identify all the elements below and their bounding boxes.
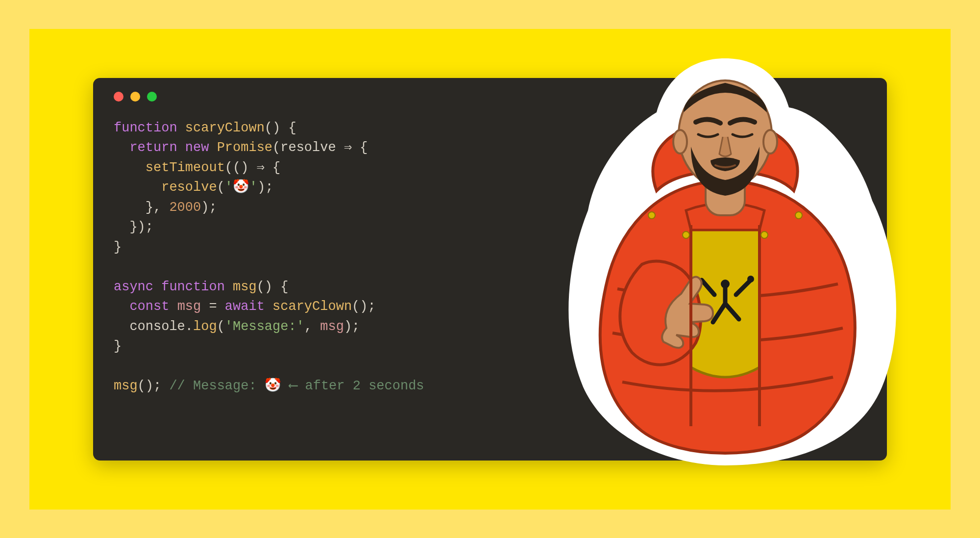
var-msg: msg — [177, 299, 201, 314]
string-message: 'Message:' — [225, 319, 304, 334]
keyword-return: return — [129, 140, 177, 155]
close-dot-icon[interactable] — [114, 92, 123, 102]
keyword-async: async — [114, 280, 153, 294]
fn-msg: msg — [233, 280, 257, 294]
method-log: log — [193, 319, 217, 334]
fn-settimeout: setTimeout — [146, 160, 225, 175]
fn-resolve: resolve — [161, 180, 217, 195]
keyword-new: new — [185, 140, 209, 155]
canvas-background: function scaryClown() { return new Promi… — [29, 29, 951, 510]
keyword-await: await — [225, 299, 265, 314]
window-traffic-lights — [114, 92, 866, 102]
code-block: function scaryClown() { return new Promi… — [114, 118, 866, 396]
fn-name: scaryClown — [185, 121, 265, 135]
string-clown: '🤡' — [225, 180, 257, 195]
minimize-dot-icon[interactable] — [130, 92, 140, 102]
keyword-function: function — [114, 121, 177, 135]
keyword-const: const — [129, 299, 169, 314]
class-promise: Promise — [217, 140, 272, 155]
keyword-function: function — [161, 280, 225, 294]
comment-output: // Message: 🤡 ⟵ after 2 seconds — [161, 379, 424, 393]
number-2000: 2000 — [169, 200, 201, 215]
code-editor-window: function scaryClown() { return new Promi… — [93, 78, 887, 461]
maximize-dot-icon[interactable] — [147, 92, 157, 102]
